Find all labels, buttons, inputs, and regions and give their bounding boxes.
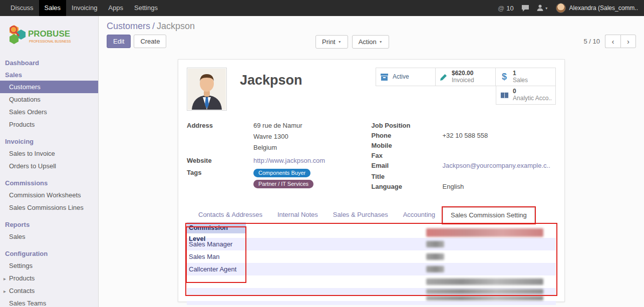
stat-buttons: Active $620.00Invoiced $ 1Sales bbox=[376, 68, 556, 105]
tag-components-buyer[interactable]: Components Buyer bbox=[253, 169, 310, 177]
chevron-right-icon: ▸ bbox=[4, 275, 6, 282]
table-row-empty bbox=[187, 295, 556, 301]
menu-invoicing[interactable]: Invoicing bbox=[66, 0, 103, 16]
sidebar-item-products[interactable]: Products bbox=[0, 118, 98, 131]
systray: @ 10 ▼ Alexandra (Sales_comm.. bbox=[498, 0, 644, 16]
create-button[interactable]: Create bbox=[134, 35, 166, 48]
address-label: Address bbox=[187, 122, 253, 155]
email-label: Email bbox=[372, 162, 443, 170]
sidebar-item-orders-to-upsell[interactable]: Orders to Upsell bbox=[0, 160, 98, 172]
logo-brand-text: PROBUSE bbox=[28, 29, 70, 39]
phone-label: Phone bbox=[372, 132, 443, 140]
menu-sales[interactable]: Sales bbox=[39, 0, 67, 16]
analytic-accounts-stat-button[interactable]: 0Analytic Acco... bbox=[496, 86, 556, 105]
table-row-sales-man[interactable]: Sales Man bbox=[187, 250, 556, 263]
sidebar-item-sales-orders[interactable]: Sales Orders bbox=[0, 106, 98, 118]
tab-sales-commission-setting[interactable]: Sales Commission Setting bbox=[443, 207, 535, 223]
tag-partner-it-services[interactable]: Partner / IT Services bbox=[253, 180, 313, 188]
website-link[interactable]: http://www.jackpson.com bbox=[253, 157, 325, 164]
mobile-label: Mobile bbox=[372, 142, 443, 150]
email-link[interactable]: Jackpson@yourcompany.example.c.. bbox=[443, 162, 550, 169]
record-title: Jackpson bbox=[240, 73, 302, 88]
menu-settings[interactable]: Settings bbox=[129, 0, 163, 16]
customer-photo[interactable] bbox=[187, 68, 227, 111]
chevron-down-icon: ▼ bbox=[545, 7, 548, 10]
pager-previous-button[interactable]: ‹ bbox=[605, 35, 620, 48]
sidebar-item-contacts-config[interactable]: ▸ Contacts bbox=[0, 284, 98, 297]
invoiced-stat-button[interactable]: $620.00Invoiced bbox=[436, 68, 496, 86]
language-value: English bbox=[443, 183, 464, 191]
edit-button[interactable]: Edit bbox=[107, 35, 131, 48]
customer-form: Jackpson Active $620.0 bbox=[178, 59, 565, 302]
top-navbar: Discuss Sales Invoicing Apps Settings @ … bbox=[0, 0, 644, 16]
sidebar-item-sales-teams[interactable]: Sales Teams bbox=[0, 297, 98, 307]
breadcrumb-customers[interactable]: Customers bbox=[107, 21, 150, 31]
tab-contacts-addresses[interactable]: Contacts & Addresses bbox=[191, 207, 270, 223]
tags-label: Tags bbox=[187, 169, 253, 191]
pager-next-button[interactable]: › bbox=[620, 35, 636, 48]
active-stat-button[interactable]: Active bbox=[376, 68, 436, 86]
form-action-buttons: Edit Create bbox=[107, 35, 166, 48]
pencil-icon bbox=[440, 73, 448, 81]
sidebar-item-label: Products bbox=[9, 274, 35, 282]
sidebar-heading-sales[interactable]: Sales bbox=[0, 69, 98, 81]
tab-sales-purchases[interactable]: Sales & Purchases bbox=[326, 207, 396, 223]
commission-level-cell: Sales Man bbox=[187, 253, 426, 260]
pager: 5 / 10 ‹ › bbox=[583, 35, 636, 48]
sidebar-item-customers[interactable]: Customers bbox=[0, 81, 98, 93]
sales-stat-button[interactable]: $ 1Sales bbox=[496, 68, 556, 86]
at-icon: @ bbox=[498, 5, 504, 12]
sidebar: PROBUSE PROFESSIONAL BUSINESS Dashboard … bbox=[0, 16, 99, 307]
commission-table: Commission Level Sales Manager Sales Man… bbox=[187, 227, 556, 305]
table-row-empty bbox=[187, 288, 556, 295]
notebook-tabs: Contacts & Addresses Internal Notes Sale… bbox=[187, 207, 556, 223]
print-dropdown[interactable]: Print▼ bbox=[315, 35, 348, 49]
user-status-toggle[interactable]: ▼ bbox=[537, 5, 548, 12]
action-label: Action bbox=[359, 38, 377, 46]
main-menu: Discuss Sales Invoicing Apps Settings bbox=[0, 0, 163, 16]
tab-internal-notes[interactable]: Internal Notes bbox=[270, 207, 326, 223]
redacted-cell bbox=[426, 241, 444, 247]
logo-tagline-text: PROFESSIONAL BUSINESS bbox=[29, 40, 71, 43]
menu-discuss[interactable]: Discuss bbox=[5, 0, 39, 16]
table-row-empty bbox=[187, 275, 556, 288]
commission-level-cell: Sales Manager bbox=[187, 240, 426, 248]
sidebar-heading-configuration[interactable]: Configuration bbox=[0, 247, 98, 259]
fax-label: Fax bbox=[372, 152, 443, 160]
probuse-logo[interactable]: PROBUSE PROFESSIONAL BUSINESS bbox=[0, 16, 98, 57]
sidebar-item-products-config[interactable]: ▸ Products bbox=[0, 272, 98, 284]
user-name: Alexandra (Sales_comm.. bbox=[569, 5, 638, 12]
sidebar-item-quotations[interactable]: Quotations bbox=[0, 93, 98, 106]
redacted-cell bbox=[426, 289, 543, 294]
chevron-down-icon: ▼ bbox=[379, 40, 383, 44]
sidebar-item-reports-sales[interactable]: Sales bbox=[0, 230, 98, 243]
mention-counter[interactable]: @ 10 bbox=[498, 5, 514, 12]
table-row-empty bbox=[187, 301, 556, 305]
action-dropdown[interactable]: Action▼ bbox=[352, 35, 389, 49]
user-menu[interactable]: Alexandra (Sales_comm.. bbox=[556, 3, 638, 13]
address-line: Belgium bbox=[253, 144, 302, 151]
main-content: Customers/Jackpson Edit Create 5 / 10 ‹ … bbox=[99, 16, 644, 307]
menu-apps[interactable]: Apps bbox=[103, 0, 129, 16]
title-label: Title bbox=[372, 173, 443, 181]
table-header-row: Commission Level bbox=[187, 227, 556, 238]
redacted-cell bbox=[426, 278, 543, 285]
sidebar-item-settings[interactable]: Settings bbox=[0, 259, 98, 272]
table-row-callcenter-agent[interactable]: Callcenter Agent bbox=[187, 263, 556, 275]
redacted-cell bbox=[426, 296, 543, 300]
messages-icon[interactable] bbox=[521, 5, 529, 12]
user-status-icon bbox=[537, 5, 543, 12]
address-line: Wavre 1300 bbox=[253, 133, 302, 140]
sidebar-heading-reports[interactable]: Reports bbox=[0, 218, 98, 230]
sidebar-item-sales-commissions-lines[interactable]: Sales Commissions Lines bbox=[0, 201, 98, 214]
sidebar-heading-dashboard[interactable]: Dashboard bbox=[0, 57, 98, 69]
tab-accounting[interactable]: Accounting bbox=[396, 207, 443, 223]
job-position-label: Job Position bbox=[372, 122, 443, 130]
sidebar-item-sales-to-invoice[interactable]: Sales to Invoice bbox=[0, 147, 98, 160]
sidebar-item-commission-worksheets[interactable]: Commission Worksheets bbox=[0, 189, 98, 201]
sidebar-heading-commissions[interactable]: Commissions bbox=[0, 177, 98, 189]
column-header-commission-level[interactable]: Commission Level bbox=[187, 222, 246, 233]
dollar-icon: $ bbox=[500, 72, 509, 82]
sidebar-heading-invoicing[interactable]: Invoicing bbox=[0, 135, 98, 147]
pager-count: 5 / 10 bbox=[583, 38, 600, 45]
